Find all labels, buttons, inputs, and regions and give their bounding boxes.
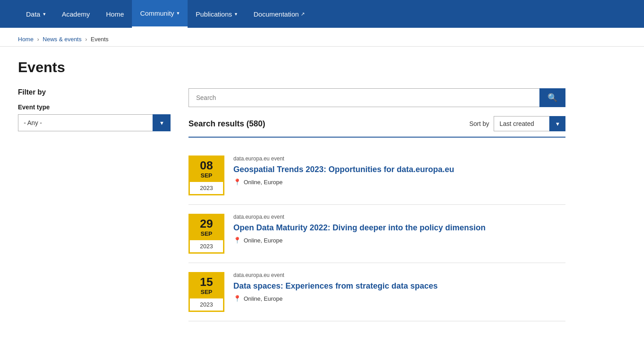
event-card: 08 SEP 2023 data.europa.eu event Geospat… — [188, 147, 565, 205]
event-month: SEP — [190, 172, 223, 181]
nav-data-chevron: ▾ — [43, 11, 46, 17]
nav-item-publications[interactable]: Publications ▾ — [188, 0, 245, 28]
date-badge: 29 SEP 2023 — [188, 214, 224, 254]
nav-home-label: Home — [106, 10, 124, 18]
breadcrumb-sep-2: › — [85, 36, 87, 43]
event-location-text: Online, Europe — [244, 237, 283, 244]
event-list: 08 SEP 2023 data.europa.eu event Geospat… — [188, 147, 565, 321]
sort-label: Sort by — [469, 120, 489, 127]
nav-item-community[interactable]: Community ▾ — [132, 0, 188, 28]
sidebar-filter: Filter by Event type - Any - Conference … — [18, 88, 171, 321]
nav-item-academy[interactable]: Academy — [54, 0, 98, 28]
results-count: Search results (580) — [188, 119, 265, 129]
event-type-select[interactable]: - Any - Conference Workshop Webinar Trai… — [18, 114, 171, 131]
event-month: SEP — [190, 289, 223, 298]
location-icon: 📍 — [233, 178, 241, 186]
search-bar: 🔍 — [188, 88, 565, 107]
nav-item-documentation[interactable]: Documentation ↗ — [245, 0, 313, 28]
event-card: 15 SEP 2023 data.europa.eu event Data sp… — [188, 263, 565, 321]
event-card: 29 SEP 2023 data.europa.eu event Open Da… — [188, 205, 565, 263]
breadcrumb-home[interactable]: Home — [18, 36, 34, 43]
event-location-text: Online, Europe — [244, 295, 283, 302]
nav-item-data[interactable]: Data ▾ — [18, 0, 54, 28]
sort-select[interactable]: Last created Title Date — [494, 116, 565, 131]
event-day: 08 — [190, 157, 223, 172]
nav-data-label: Data — [26, 10, 40, 18]
breadcrumb-news-events[interactable]: News & events — [43, 36, 82, 43]
sort-wrapper: Sort by Last created Title Date ▾ — [469, 116, 565, 131]
event-title[interactable]: Open Data Maturity 2022: Diving deeper i… — [233, 223, 565, 233]
event-title[interactable]: Data spaces: Experiences from strategic … — [233, 281, 565, 291]
event-location: 📍 Online, Europe — [233, 295, 565, 302]
event-month: SEP — [190, 230, 223, 240]
date-badge: 08 SEP 2023 — [188, 156, 224, 195]
event-day: 29 — [190, 215, 223, 230]
event-year: 2023 — [190, 181, 223, 194]
nav-community-label: Community — [140, 9, 174, 17]
nav-community-chevron: ▾ — [177, 10, 180, 16]
event-type-select-wrapper: - Any - Conference Workshop Webinar Trai… — [18, 114, 171, 131]
location-icon: 📍 — [233, 295, 241, 302]
results-area: 🔍 Search results (580) Sort by Last crea… — [188, 88, 565, 321]
nav-documentation-label: Documentation — [254, 10, 299, 18]
search-icon: 🔍 — [548, 93, 557, 103]
nav-publications-label: Publications — [196, 10, 232, 18]
event-info: data.europa.eu event Geospatial Trends 2… — [233, 156, 565, 186]
event-type-label: Event type — [18, 104, 171, 111]
event-title[interactable]: Geospatial Trends 2023: Opportunities fo… — [233, 164, 565, 175]
results-header: Search results (580) Sort by Last create… — [188, 116, 565, 138]
event-info: data.europa.eu event Data spaces: Experi… — [233, 272, 565, 302]
event-location: 📍 Online, Europe — [233, 178, 565, 186]
event-location: 📍 Online, Europe — [233, 237, 565, 244]
filter-title: Filter by — [18, 88, 171, 96]
nav-publications-chevron: ▾ — [235, 11, 237, 17]
event-tag: data.europa.eu event — [233, 272, 565, 278]
page-title: Events — [18, 59, 565, 76]
search-button[interactable]: 🔍 — [539, 88, 565, 107]
search-input[interactable] — [188, 88, 539, 107]
breadcrumb: Home › News & events › Events — [0, 28, 644, 47]
main-nav: Data ▾ Academy Home Community ▾ Publicat… — [0, 0, 644, 28]
nav-item-home[interactable]: Home — [98, 0, 132, 28]
event-info: data.europa.eu event Open Data Maturity … — [233, 214, 565, 244]
location-icon: 📍 — [233, 237, 241, 244]
nav-academy-label: Academy — [62, 10, 90, 18]
event-day: 15 — [190, 273, 223, 289]
breadcrumb-sep-1: › — [37, 36, 39, 43]
nav-documentation-ext: ↗ — [301, 11, 305, 17]
sort-select-wrapper: Last created Title Date ▾ — [494, 116, 565, 131]
date-badge: 15 SEP 2023 — [188, 272, 224, 312]
breadcrumb-current: Events — [91, 36, 109, 43]
event-location-text: Online, Europe — [244, 179, 283, 186]
event-year: 2023 — [190, 240, 223, 252]
event-tag: data.europa.eu event — [233, 156, 565, 162]
event-year: 2023 — [190, 298, 223, 311]
event-tag: data.europa.eu event — [233, 214, 565, 220]
